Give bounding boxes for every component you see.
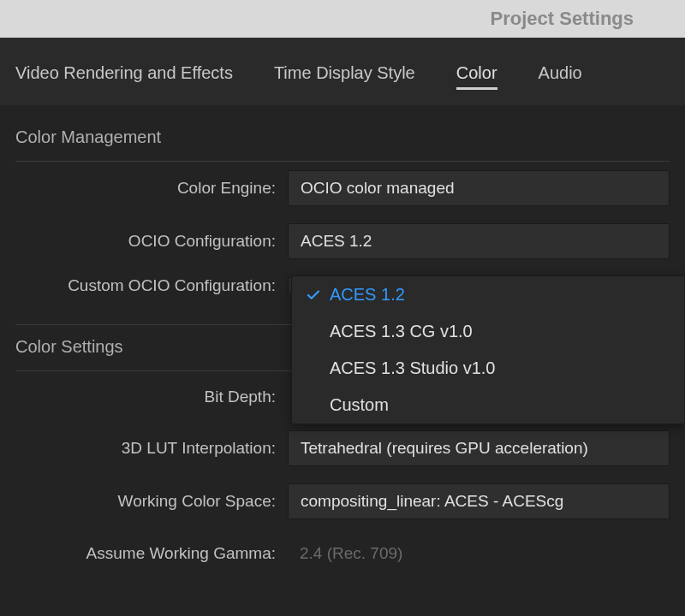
dropdown-assume-working-gamma: 2.4 (Rec. 709) (288, 536, 670, 571)
dropdown-working-color-space[interactable]: compositing_linear: ACES - ACEScg (288, 483, 670, 519)
dropdown-option-label: ACES 1.2 (330, 285, 667, 305)
dropdown-option-label: Custom (330, 395, 667, 415)
tab-color[interactable]: Color (456, 63, 497, 88)
tab-audio[interactable]: Audio (539, 63, 582, 88)
dropdown-option-aces-1-3-studio[interactable]: ACES 1.3 Studio v1.0 (292, 350, 684, 387)
label-assume-working-gamma: Assume Working Gamma: (15, 544, 288, 563)
tab-video-rendering[interactable]: Video Rendering and Effects (15, 63, 233, 88)
label-ocio-config: OCIO Configuration: (15, 232, 288, 251)
tab-bar: Video Rendering and Effects Time Display… (0, 38, 685, 105)
tab-time-display[interactable]: Time Display Style (274, 63, 415, 88)
dropdown-option-aces-1-2[interactable]: ACES 1.2 (292, 276, 684, 313)
label-lut-interpolation: 3D LUT Interpolation: (15, 439, 288, 458)
dialog-title: Project Settings (491, 8, 634, 30)
section-title-color-management: Color Management (15, 116, 670, 162)
dropdown-color-engine[interactable]: OCIO color managed (288, 170, 670, 206)
field-color-engine-row: Color Engine: OCIO color managed (15, 162, 670, 215)
dropdown-menu-ocio-config: ACES 1.2 ACES 1.3 CG v1.0 ACES 1.3 Studi… (291, 275, 685, 424)
dialog-header: Project Settings (0, 0, 685, 38)
field-lut-interpolation-row: 3D LUT Interpolation: Tetrahedral (requi… (15, 422, 670, 475)
dropdown-ocio-config[interactable]: ACES 1.2 (288, 223, 670, 259)
dropdown-option-label: ACES 1.3 Studio v1.0 (330, 358, 667, 378)
label-working-color-space: Working Color Space: (15, 492, 288, 511)
field-assume-working-gamma-row: Assume Working Gamma: 2.4 (Rec. 709) (15, 528, 670, 579)
label-custom-ocio-config: Custom OCIO Configuration: (15, 276, 288, 295)
dropdown-lut-interpolation[interactable]: Tetrahedral (requires GPU acceleration) (288, 430, 670, 466)
label-color-engine: Color Engine: (15, 179, 288, 198)
dropdown-option-custom[interactable]: Custom (292, 387, 684, 424)
label-bit-depth: Bit Depth: (15, 388, 288, 406)
field-working-color-space-row: Working Color Space: compositing_linear:… (15, 475, 670, 528)
dropdown-option-label: ACES 1.3 CG v1.0 (330, 322, 667, 341)
dropdown-option-aces-1-3-cg[interactable]: ACES 1.3 CG v1.0 (292, 313, 684, 350)
check-icon (306, 287, 330, 303)
field-ocio-config-row: OCIO Configuration: ACES 1.2 (15, 215, 670, 268)
